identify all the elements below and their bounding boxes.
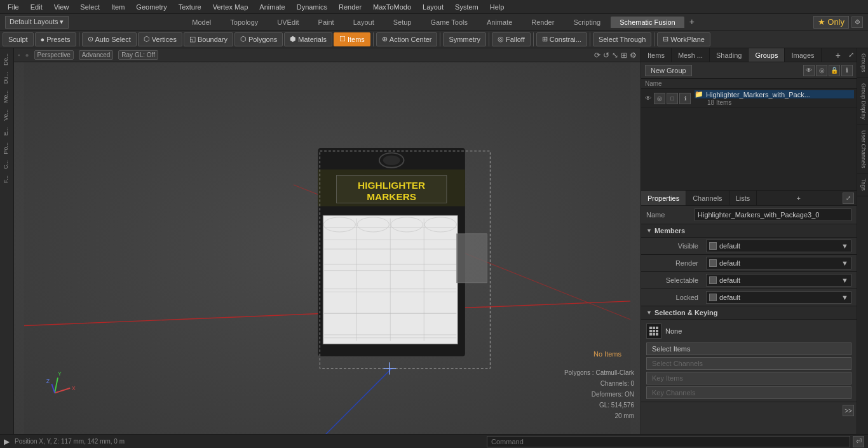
tab-animate[interactable]: Animate: [478, 17, 521, 28]
command-input[interactable]: [487, 436, 850, 447]
left-tab-1[interactable]: Du...: [1, 69, 13, 86]
eye-toggle-icon[interactable]: 👁: [803, 65, 815, 76]
menu-edit[interactable]: Edit: [25, 2, 48, 12]
select-items-button[interactable]: Select Items: [646, 343, 851, 355]
tab-items[interactable]: Items: [641, 48, 672, 62]
left-tab-5[interactable]: Po...: [1, 140, 13, 157]
viewport-icon-4[interactable]: ⊞: [621, 51, 627, 60]
tab-mesh[interactable]: Mesh ...: [672, 48, 710, 62]
tab-schematic-fusion[interactable]: Schematic Fusion: [611, 17, 684, 28]
symmetry-btn[interactable]: Symmetry: [443, 32, 486, 46]
expand-panel-icon[interactable]: ⤢: [846, 51, 857, 59]
new-group-button[interactable]: New Group: [645, 65, 692, 76]
bottom-expand-icon[interactable]: >>: [843, 405, 854, 416]
tab-paint[interactable]: Paint: [309, 17, 343, 28]
props-expand-icon[interactable]: ⤢: [843, 193, 854, 204]
edge-tab-groups[interactable]: Groups: [857, 48, 868, 78]
tab-scripting[interactable]: Scripting: [564, 17, 609, 28]
menu-system[interactable]: System: [450, 2, 484, 12]
tab-render[interactable]: Render: [522, 17, 563, 28]
falloff-btn[interactable]: ◎ Falloff: [492, 32, 531, 46]
viewport-icon-3[interactable]: ⤡: [612, 51, 618, 60]
edge-tab-user-channels[interactable]: User Channels: [857, 125, 868, 174]
info-icon[interactable]: ℹ: [841, 65, 853, 76]
group-list-item[interactable]: 📁 Highlighter_Markers_with_Pack...: [695, 90, 854, 99]
tab-images[interactable]: Images: [785, 48, 821, 62]
key-items-button[interactable]: Key Items: [646, 372, 851, 384]
tab-uvedit[interactable]: UVEdit: [268, 17, 308, 28]
star-only-btn[interactable]: ★ Only: [813, 16, 849, 29]
menu-help[interactable]: Help: [485, 2, 510, 12]
bottom-expand-arrow[interactable]: ▶: [4, 437, 10, 446]
select-through-btn[interactable]: Select Through: [593, 32, 651, 46]
layout-dropdown[interactable]: Default Layouts ▾: [5, 16, 69, 29]
menu-maxtomodo[interactable]: MaxToModo: [368, 2, 416, 12]
props-tab-add[interactable]: +: [791, 194, 805, 202]
constrain-btn[interactable]: ⊞ Constrai...: [536, 32, 587, 46]
tab-topology[interactable]: Topology: [221, 17, 267, 28]
menu-vertex-map[interactable]: Vertex Map: [208, 2, 254, 12]
menu-texture[interactable]: Texture: [173, 2, 207, 12]
tab-model[interactable]: Model: [183, 17, 220, 28]
menu-select[interactable]: Select: [75, 2, 105, 12]
left-tab-2[interactable]: Me...: [1, 88, 13, 105]
viewport-lock-icon[interactable]: ●: [25, 51, 29, 58]
ray-gl-btn[interactable]: Ray GL: Off: [118, 50, 158, 60]
left-tab-0[interactable]: De...: [1, 51, 13, 68]
vertices-btn[interactable]: ⬡ Vertices: [138, 32, 182, 46]
boundary-btn[interactable]: ◱ Boundary: [184, 32, 233, 46]
group-render-icon[interactable]: ◎: [654, 93, 665, 104]
sculpt-btn[interactable]: Sculpt: [3, 32, 34, 46]
polygons-btn[interactable]: ⬡ Polygons: [234, 32, 283, 46]
menu-view[interactable]: View: [49, 2, 74, 12]
viewport-icon-5[interactable]: ⚙: [630, 51, 637, 60]
group-eye-icon[interactable]: 👁: [644, 94, 653, 103]
settings-icon[interactable]: ⚙: [851, 17, 863, 28]
viewport[interactable]: ▪ ● Perspective Advanced Ray GL: Off ⟳ ↺…: [14, 48, 641, 434]
left-tab-3[interactable]: Ve...: [1, 107, 13, 123]
props-tab-channels[interactable]: Channels: [686, 191, 729, 205]
items-btn[interactable]: ☐ Items: [334, 32, 370, 46]
tab-game-tools[interactable]: Game Tools: [421, 17, 477, 28]
locked-dropdown[interactable]: default ▼: [706, 291, 851, 304]
left-tab-6[interactable]: C...: [1, 158, 13, 172]
members-section-header[interactable]: ▼ Members: [641, 224, 857, 238]
viewport-icon-2[interactable]: ↺: [603, 51, 609, 60]
advanced-btn[interactable]: Advanced: [79, 50, 113, 60]
sel-keying-header[interactable]: ▼ Selection & Keying: [641, 306, 857, 320]
edge-tab-tags[interactable]: Tags: [857, 173, 868, 196]
menu-geometry[interactable]: Geometry: [131, 2, 172, 12]
lock-toggle-icon[interactable]: 🔒: [829, 65, 840, 76]
left-tab-4[interactable]: E...: [1, 125, 13, 139]
edge-tab-group-display[interactable]: Group Display: [857, 78, 868, 125]
presets-btn[interactable]: ● Presets: [35, 32, 76, 46]
select-channels-button[interactable]: Select Channels: [646, 357, 851, 370]
render-toggle-icon[interactable]: ◎: [816, 65, 827, 76]
group-lock-icon[interactable]: □: [667, 93, 678, 104]
menu-dynamics[interactable]: Dynamics: [292, 2, 332, 12]
perspective-btn[interactable]: Perspective: [34, 50, 74, 60]
viewport-expand-icon[interactable]: ▪: [18, 51, 20, 58]
layout-add-tab[interactable]: +: [686, 17, 698, 28]
render-dropdown[interactable]: default ▼: [706, 257, 851, 269]
materials-btn[interactable]: ⬢ Materials: [284, 32, 332, 46]
tab-shading[interactable]: Shading: [710, 48, 749, 62]
cmd-execute-btn[interactable]: ⏎: [853, 436, 864, 447]
workplane-btn[interactable]: ⊟ WorkPlane: [657, 32, 710, 46]
auto-select-btn[interactable]: ⊙ Auto Select: [82, 32, 137, 46]
tab-layout[interactable]: Layout: [344, 17, 383, 28]
tab-add[interactable]: +: [831, 50, 846, 60]
selectable-dropdown[interactable]: default ▼: [706, 274, 851, 287]
props-tab-lists[interactable]: Lists: [729, 191, 757, 205]
viewport-icon-1[interactable]: ⟳: [594, 51, 600, 60]
menu-render[interactable]: Render: [334, 2, 367, 12]
group-info-icon[interactable]: ℹ: [679, 93, 691, 104]
action-center-btn[interactable]: ⊕ Action Center: [376, 32, 438, 46]
menu-item[interactable]: Item: [106, 2, 130, 12]
left-tab-7[interactable]: F...: [1, 173, 13, 186]
key-channels-button[interactable]: Key Channels: [646, 386, 851, 399]
scene-area[interactable]: HIGHLIGHTER MARKERS: [14, 62, 641, 434]
menu-animate[interactable]: Animate: [254, 2, 290, 12]
menu-layout[interactable]: Layout: [417, 2, 449, 12]
tab-setup[interactable]: Setup: [384, 17, 421, 28]
